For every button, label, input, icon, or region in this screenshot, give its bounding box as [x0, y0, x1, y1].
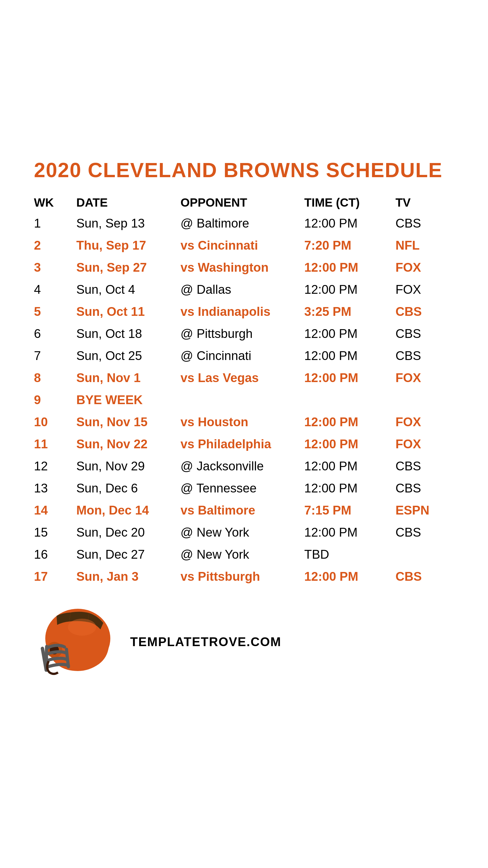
- table-row: 12 Sun, Nov 29 @ Jacksonville 12:00 PM C…: [34, 455, 454, 477]
- cell-wk: 2: [34, 234, 76, 256]
- cell-tv: [395, 544, 454, 565]
- cell-wk: 11: [34, 433, 76, 455]
- cell-wk: 8: [34, 367, 76, 389]
- cell-tv: NFL: [395, 234, 454, 256]
- cell-time: 12:00 PM: [304, 322, 395, 345]
- cell-wk: 14: [34, 499, 76, 521]
- table-row: 7 Sun, Oct 25 @ Cincinnati 12:00 PM CBS: [34, 345, 454, 367]
- table-header-row: WK DATE OPPONENT TIME (CT) TV: [34, 193, 454, 212]
- cell-date: Sun, Oct 25: [76, 345, 181, 367]
- cell-tv: CBS: [395, 521, 454, 544]
- table-row: 2 Thu, Sep 17 vs Cincinnati 7:20 PM NFL: [34, 234, 454, 256]
- cell-time: 12:00 PM: [304, 278, 395, 301]
- cell-time: 12:00 PM: [304, 256, 395, 278]
- cell-tv: CBS: [395, 345, 454, 367]
- cell-time: 12:00 PM: [304, 367, 395, 389]
- cell-time: 12:00 PM: [304, 565, 395, 588]
- cell-wk: 17: [34, 565, 76, 588]
- table-row: 3 Sun, Sep 27 vs Washington 12:00 PM FOX: [34, 256, 454, 278]
- cell-date: Sun, Nov 1: [76, 367, 181, 389]
- cell-bye: BYE WEEK: [76, 389, 454, 411]
- cell-date: Sun, Jan 3: [76, 565, 181, 588]
- table-row: 1 Sun, Sep 13 @ Baltimore 12:00 PM CBS: [34, 212, 454, 234]
- cell-opponent: @ Tennessee: [181, 477, 304, 499]
- table-row: 16 Sun, Dec 27 @ New York TBD: [34, 544, 454, 565]
- cell-tv: FOX: [395, 256, 454, 278]
- cell-wk: 9: [34, 389, 76, 411]
- cell-date: Sun, Nov 29: [76, 455, 181, 477]
- cell-time: 12:00 PM: [304, 212, 395, 234]
- cell-date: Mon, Dec 14: [76, 499, 181, 521]
- cell-opponent: vs Las Vegas: [181, 367, 304, 389]
- cell-opponent: vs Philadelphia: [181, 433, 304, 455]
- svg-point-4: [68, 619, 96, 636]
- cell-tv: FOX: [395, 433, 454, 455]
- cell-opponent: vs Washington: [181, 256, 304, 278]
- cell-time: 12:00 PM: [304, 433, 395, 455]
- header-tv: TV: [395, 193, 454, 212]
- cell-wk: 3: [34, 256, 76, 278]
- table-row: 8 Sun, Nov 1 vs Las Vegas 12:00 PM FOX: [34, 367, 454, 389]
- cell-opponent: @ New York: [181, 544, 304, 565]
- cell-opponent: vs Pittsburgh: [181, 565, 304, 588]
- page-title: 2020 Cleveland Browns Schedule: [34, 158, 443, 182]
- table-row: 6 Sun, Oct 18 @ Pittsburgh 12:00 PM CBS: [34, 322, 454, 345]
- table-row: 17 Sun, Jan 3 vs Pittsburgh 12:00 PM CBS: [34, 565, 454, 588]
- cell-tv: CBS: [395, 301, 454, 322]
- website-text: TEMPLATETROVE.COM: [130, 635, 281, 649]
- cell-opponent: @ Cincinnati: [181, 345, 304, 367]
- table-row: 10 Sun, Nov 15 vs Houston 12:00 PM FOX: [34, 411, 454, 433]
- table-row: 9 BYE WEEK: [34, 389, 454, 411]
- cell-opponent: @ Baltimore: [181, 212, 304, 234]
- cell-opponent: vs Indianapolis: [181, 301, 304, 322]
- cell-tv: CBS: [395, 212, 454, 234]
- cell-date: Thu, Sep 17: [76, 234, 181, 256]
- cell-opponent: @ Jacksonville: [181, 455, 304, 477]
- cell-time: 12:00 PM: [304, 345, 395, 367]
- schedule-table: WK DATE OPPONENT TIME (CT) TV 1 Sun, Sep…: [34, 193, 454, 588]
- cell-tv: CBS: [395, 322, 454, 345]
- cell-wk: 10: [34, 411, 76, 433]
- cell-wk: 13: [34, 477, 76, 499]
- cell-time: 12:00 PM: [304, 477, 395, 499]
- cell-tv: CBS: [395, 455, 454, 477]
- cell-wk: 16: [34, 544, 76, 565]
- cell-tv: ESPN: [395, 499, 454, 521]
- table-row: 14 Mon, Dec 14 vs Baltimore 7:15 PM ESPN: [34, 499, 454, 521]
- cell-time: 7:20 PM: [304, 234, 395, 256]
- cell-wk: 12: [34, 455, 76, 477]
- cell-wk: 6: [34, 322, 76, 345]
- cell-opponent: @ New York: [181, 521, 304, 544]
- cell-date: Sun, Sep 27: [76, 256, 181, 278]
- cell-date: Sun, Dec 27: [76, 544, 181, 565]
- table-row: 15 Sun, Dec 20 @ New York 12:00 PM CBS: [34, 521, 454, 544]
- cell-time: 12:00 PM: [304, 455, 395, 477]
- header-time: TIME (CT): [304, 193, 395, 212]
- cell-opponent: vs Baltimore: [181, 499, 304, 521]
- cell-tv: FOX: [395, 367, 454, 389]
- cell-opponent: vs Houston: [181, 411, 304, 433]
- header-opponent: OPPONENT: [181, 193, 304, 212]
- table-row: 5 Sun, Oct 11 vs Indianapolis 3:25 PM CB…: [34, 301, 454, 322]
- cell-date: Sun, Sep 13: [76, 212, 181, 234]
- cell-date: Sun, Nov 15: [76, 411, 181, 433]
- header-date: DATE: [76, 193, 181, 212]
- cell-time: TBD: [304, 544, 395, 565]
- cell-time: 3:25 PM: [304, 301, 395, 322]
- cell-wk: 7: [34, 345, 76, 367]
- cell-time: 12:00 PM: [304, 411, 395, 433]
- cell-tv: CBS: [395, 477, 454, 499]
- cell-date: Sun, Oct 18: [76, 322, 181, 345]
- cell-date: Sun, Dec 6: [76, 477, 181, 499]
- cell-date: Sun, Oct 11: [76, 301, 181, 322]
- cell-opponent: vs Cincinnati: [181, 234, 304, 256]
- cell-wk: 4: [34, 278, 76, 301]
- cell-wk: 5: [34, 301, 76, 322]
- cell-wk: 1: [34, 212, 76, 234]
- table-row: 13 Sun, Dec 6 @ Tennessee 12:00 PM CBS: [34, 477, 454, 499]
- cell-tv: FOX: [395, 411, 454, 433]
- cell-date: Sun, Dec 20: [76, 521, 181, 544]
- cell-date: Sun, Oct 4: [76, 278, 181, 301]
- cell-time: 7:15 PM: [304, 499, 395, 521]
- cell-wk: 15: [34, 521, 76, 544]
